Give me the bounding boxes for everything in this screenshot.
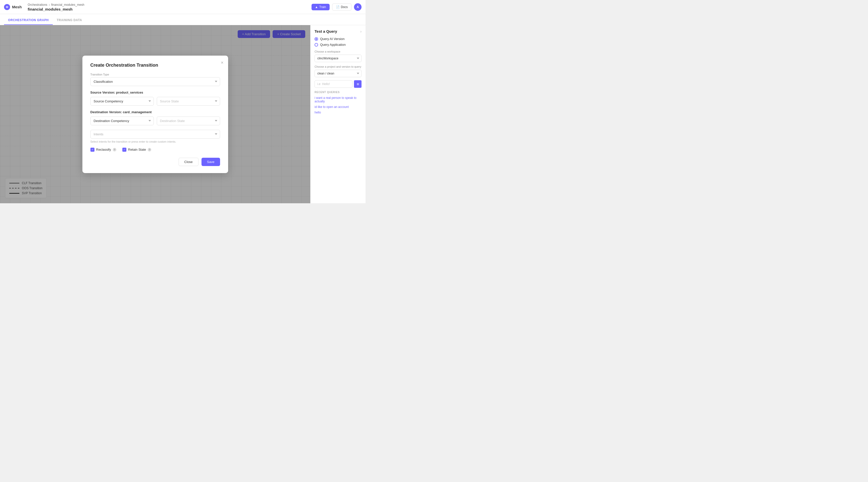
workspace-select[interactable]: clincWorkspace xyxy=(314,55,362,62)
reclassify-checkbox-box: ✓ xyxy=(90,148,94,152)
train-button[interactable]: ▲ Train xyxy=(312,4,330,10)
recent-query-0[interactable]: i want a real person to speak to actuall… xyxy=(314,96,362,103)
source-state-select[interactable]: Source State xyxy=(157,97,220,106)
project-label: Choose a project and version to query xyxy=(314,65,362,68)
radio-query-app-label: Query Application xyxy=(320,43,346,47)
transition-type-select[interactable]: Classification xyxy=(90,77,220,86)
source-section-label: Source Version: product_services xyxy=(90,90,220,94)
query-submit-button[interactable]: ⊞ xyxy=(354,80,362,88)
radio-group: Query AI Version Query Application xyxy=(314,37,362,47)
modal-footer: Close Save xyxy=(90,158,220,166)
modal-create-transition: Create Orchestration Transition × Transi… xyxy=(83,56,228,173)
radio-query-app[interactable]: Query Application xyxy=(314,43,362,47)
destination-state-select[interactable]: Destination State xyxy=(157,116,220,125)
panel-expand-button[interactable]: › xyxy=(360,29,362,33)
logo-icon: M xyxy=(4,4,10,10)
source-section: Source Version: product_services Source … xyxy=(90,90,220,106)
reclassify-help-icon[interactable]: ? xyxy=(113,148,116,151)
tab-orchestration-graph[interactable]: ORCHESTRATION GRAPH xyxy=(4,16,53,25)
intents-select[interactable]: Intents xyxy=(90,130,220,139)
workspace-label: Choose a workspace xyxy=(314,50,362,53)
transition-type-label: Transition Type xyxy=(90,73,220,76)
docs-button[interactable]: 📄 Docs xyxy=(332,3,351,10)
retain-state-help-icon[interactable]: ? xyxy=(148,148,151,151)
avatar[interactable]: A xyxy=(354,3,362,11)
recent-query-2[interactable]: hello xyxy=(314,111,362,114)
radio-query-ai-circle xyxy=(314,37,318,41)
right-panel-header: Test a Query › xyxy=(314,29,362,33)
app-logo: M Mesh xyxy=(4,4,22,10)
page-title: financial_modules_mesh xyxy=(28,7,84,11)
main-area: + Add Transition + Create Socket Project… xyxy=(0,25,366,203)
breadcrumb-sub[interactable]: financial_modules_mesh xyxy=(51,3,85,6)
query-submit-icon: ⊞ xyxy=(357,83,359,86)
breadcrumb-separator: › xyxy=(49,2,50,7)
reclassify-checkbox[interactable]: ✓ Reclassify ? xyxy=(90,148,116,152)
query-input[interactable] xyxy=(314,80,352,88)
right-panel-title: Test a Query xyxy=(314,29,337,33)
checkbox-group: ✓ Reclassify ? ✓ Retain State ? xyxy=(90,148,220,152)
radio-query-ai-label: Query AI Version xyxy=(320,37,345,41)
transition-type-group: Transition Type Classification xyxy=(90,73,220,86)
canvas: + Add Transition + Create Socket Project… xyxy=(0,25,310,203)
tab-training-data[interactable]: TRAINING DATA xyxy=(53,16,86,25)
modal-title: Create Orchestration Transition xyxy=(90,63,220,68)
modal-close-button[interactable]: × xyxy=(221,60,224,65)
breadcrumb-parent[interactable]: Orchestrations xyxy=(28,3,47,6)
close-button[interactable]: Close xyxy=(179,158,198,166)
reclassify-label: Reclassify xyxy=(96,148,111,151)
recent-query-1[interactable]: id like to open an account xyxy=(314,105,362,109)
destination-section: Destination Version: card_management Des… xyxy=(90,110,220,125)
docs-icon: 📄 xyxy=(336,5,340,9)
destination-competency-select[interactable]: Destination Competency xyxy=(90,116,154,125)
topbar: M Mesh Orchestrations › financial_module… xyxy=(0,0,366,14)
radio-query-ai[interactable]: Query AI Version xyxy=(314,37,362,41)
intents-hint: Select intents for the transition or pre… xyxy=(90,140,220,143)
recent-queries-label: RECENT QUERIES xyxy=(314,91,362,93)
app-name: Mesh xyxy=(12,5,22,9)
topbar-actions: ▲ Train 📄 Docs A xyxy=(312,3,362,11)
train-icon: ▲ xyxy=(315,5,318,9)
source-row: Source Competency Source State xyxy=(90,97,220,106)
source-competency-select[interactable]: Source Competency xyxy=(90,97,154,106)
destination-section-label: Destination Version: card_management xyxy=(90,110,220,114)
destination-row: Destination Competency Destination State xyxy=(90,116,220,125)
tabbar: ORCHESTRATION GRAPH TRAINING DATA xyxy=(0,14,366,25)
retain-state-label: Retain State xyxy=(128,148,146,151)
right-panel: Test a Query › Query AI Version Query Ap… xyxy=(310,25,366,203)
retain-state-checkbox-box: ✓ xyxy=(122,148,126,152)
retain-state-checkbox[interactable]: ✓ Retain State ? xyxy=(122,148,152,152)
intents-group: Intents Select intents for the transitio… xyxy=(90,130,220,143)
project-select[interactable]: clean / clean xyxy=(314,70,362,77)
save-button[interactable]: Save xyxy=(202,158,220,166)
modal-overlay: Create Orchestration Transition × Transi… xyxy=(0,25,310,203)
breadcrumb: Orchestrations › financial_modules_mesh … xyxy=(28,2,84,11)
radio-query-app-circle xyxy=(314,43,318,47)
